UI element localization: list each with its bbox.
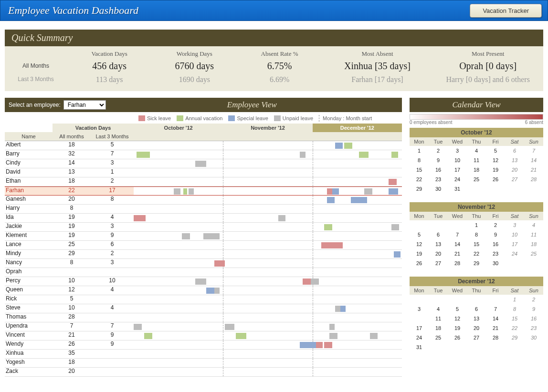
calendar-day[interactable]: 12 bbox=[486, 155, 505, 165]
calendar-day[interactable]: 19 bbox=[410, 249, 429, 258]
calendar-day[interactable]: 16 bbox=[486, 239, 505, 249]
employee-row[interactable]: Oprah bbox=[5, 268, 402, 277]
calendar-day[interactable]: 8 bbox=[467, 230, 486, 239]
calendar-day[interactable]: 11 bbox=[524, 230, 543, 239]
calendar-day[interactable]: 29 bbox=[505, 333, 524, 342]
calendar-day[interactable]: 3 bbox=[448, 146, 467, 155]
calendar-day[interactable]: 24 bbox=[448, 175, 467, 184]
employee-select[interactable]: Farhan bbox=[63, 100, 106, 110]
calendar-day[interactable]: 20 bbox=[429, 249, 448, 258]
calendar-day[interactable]: 19 bbox=[448, 323, 467, 333]
calendar-day[interactable]: 22 bbox=[467, 249, 486, 258]
calendar-day[interactable]: 19 bbox=[486, 165, 505, 175]
calendar-day[interactable]: 18 bbox=[467, 165, 486, 175]
calendar-day[interactable]: 3 bbox=[505, 220, 524, 230]
calendar-day[interactable]: 18 bbox=[429, 323, 448, 333]
calendar-day[interactable]: 15 bbox=[410, 165, 429, 175]
calendar-day[interactable]: 7 bbox=[486, 304, 505, 314]
calendar-day[interactable]: 20 bbox=[505, 165, 524, 175]
employee-row[interactable]: Mindy292 bbox=[5, 250, 402, 259]
calendar-day[interactable]: 27 bbox=[467, 333, 486, 342]
calendar-day[interactable]: 21 bbox=[448, 249, 467, 258]
calendar-day[interactable]: 7 bbox=[448, 230, 467, 239]
calendar-day[interactable]: 27 bbox=[505, 175, 524, 184]
calendar-day[interactable]: 30 bbox=[486, 258, 505, 268]
calendar-day[interactable]: 27 bbox=[429, 258, 448, 268]
calendar-day[interactable]: 25 bbox=[429, 333, 448, 342]
calendar-day[interactable]: 22 bbox=[410, 175, 429, 184]
employee-row[interactable]: Barry327 bbox=[5, 150, 402, 159]
calendar-day[interactable]: 3 bbox=[410, 304, 429, 314]
calendar-day[interactable]: 30 bbox=[429, 184, 448, 194]
calendar-day[interactable]: 17 bbox=[505, 239, 524, 249]
employee-row[interactable]: Jackie193 bbox=[5, 223, 402, 232]
calendar-day[interactable]: 6 bbox=[429, 230, 448, 239]
calendar-day[interactable]: 10 bbox=[505, 230, 524, 239]
calendar-day[interactable]: 26 bbox=[448, 333, 467, 342]
calendar-day[interactable]: 23 bbox=[429, 175, 448, 184]
calendar-day[interactable]: 20 bbox=[467, 323, 486, 333]
employee-row[interactable]: Rick5 bbox=[5, 295, 402, 304]
calendar-day[interactable]: 4 bbox=[467, 146, 486, 155]
calendar-day[interactable]: 5 bbox=[486, 146, 505, 155]
calendar-day[interactable]: 14 bbox=[486, 314, 505, 323]
calendar-day[interactable]: 1 bbox=[467, 220, 486, 230]
employee-row[interactable]: Klement199 bbox=[5, 232, 402, 241]
calendar-day[interactable]: 29 bbox=[410, 184, 429, 194]
employee-row[interactable]: Harry8 bbox=[5, 205, 402, 214]
calendar-day[interactable]: 10 bbox=[410, 314, 429, 323]
calendar-day[interactable]: 16 bbox=[524, 314, 543, 323]
calendar-day[interactable]: 17 bbox=[410, 323, 429, 333]
employee-row[interactable]: Farhan2217 bbox=[5, 186, 402, 196]
employee-row[interactable]: Lance256 bbox=[5, 241, 402, 250]
employee-row[interactable]: Albert185 bbox=[5, 141, 402, 150]
calendar-day[interactable]: 26 bbox=[410, 258, 429, 268]
employee-row[interactable]: Ethan182 bbox=[5, 177, 402, 186]
calendar-day[interactable]: 13 bbox=[429, 239, 448, 249]
employee-row[interactable]: Thomas28 bbox=[5, 313, 402, 322]
calendar-day[interactable]: 9 bbox=[486, 230, 505, 239]
calendar-day[interactable]: 17 bbox=[448, 165, 467, 175]
calendar-day[interactable]: 11 bbox=[467, 155, 486, 165]
employee-row[interactable]: Ganesh208 bbox=[5, 196, 402, 205]
employee-row[interactable]: Percy1010 bbox=[5, 277, 402, 286]
calendar-day[interactable]: 15 bbox=[505, 314, 524, 323]
calendar-day[interactable]: 2 bbox=[429, 146, 448, 155]
calendar-day[interactable]: 22 bbox=[505, 323, 524, 333]
calendar-day[interactable]: 1 bbox=[505, 295, 524, 304]
calendar-day[interactable]: 23 bbox=[486, 249, 505, 258]
calendar-day[interactable]: 5 bbox=[410, 230, 429, 239]
employee-row[interactable]: Vincent219 bbox=[5, 331, 402, 340]
calendar-day[interactable]: 9 bbox=[524, 304, 543, 314]
employee-row[interactable]: Steve104 bbox=[5, 304, 402, 313]
calendar-day[interactable]: 23 bbox=[524, 323, 543, 333]
calendar-day[interactable]: 25 bbox=[467, 175, 486, 184]
calendar-day[interactable]: 13 bbox=[505, 155, 524, 165]
calendar-day[interactable]: 28 bbox=[448, 258, 467, 268]
employee-row[interactable]: Xinhua35 bbox=[5, 350, 402, 359]
calendar-day[interactable]: 28 bbox=[486, 333, 505, 342]
employee-row[interactable]: David131 bbox=[5, 168, 402, 177]
employee-row[interactable]: Ida194 bbox=[5, 214, 402, 223]
calendar-day[interactable]: 16 bbox=[429, 165, 448, 175]
employee-row[interactable]: Cindy143 bbox=[5, 159, 402, 168]
calendar-day[interactable]: 6 bbox=[467, 304, 486, 314]
calendar-day[interactable]: 14 bbox=[448, 239, 467, 249]
employee-row[interactable]: Nancy83 bbox=[5, 259, 402, 268]
calendar-day[interactable]: 30 bbox=[524, 333, 543, 342]
calendar-day[interactable]: 10 bbox=[448, 155, 467, 165]
calendar-day[interactable]: 31 bbox=[448, 184, 467, 194]
calendar-day[interactable]: 21 bbox=[486, 323, 505, 333]
calendar-day[interactable]: 5 bbox=[448, 304, 467, 314]
calendar-day[interactable]: 21 bbox=[524, 165, 543, 175]
calendar-day[interactable]: 12 bbox=[448, 314, 467, 323]
calendar-day[interactable]: 12 bbox=[410, 239, 429, 249]
calendar-day[interactable]: 4 bbox=[524, 220, 543, 230]
calendar-day[interactable]: 6 bbox=[505, 146, 524, 155]
calendar-day[interactable]: 2 bbox=[486, 220, 505, 230]
employee-row[interactable]: Wendy269 bbox=[5, 340, 402, 350]
calendar-day[interactable]: 8 bbox=[410, 155, 429, 165]
calendar-day[interactable]: 13 bbox=[467, 314, 486, 323]
calendar-day[interactable]: 7 bbox=[524, 146, 543, 155]
calendar-day[interactable]: 31 bbox=[410, 342, 429, 352]
